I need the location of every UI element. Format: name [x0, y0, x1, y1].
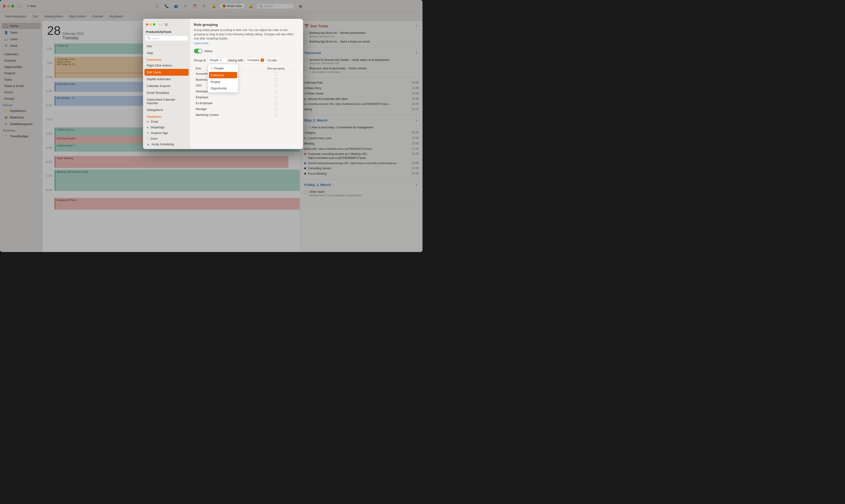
settings-menu-calendar-importer[interactable]: Subscribed Calendar Importer	[143, 96, 190, 107]
dropdown-people-label: People	[214, 67, 224, 70]
modal-overlay: ‹ › ⊞ ProductivityTools 🔍 Search Info He…	[0, 0, 423, 252]
own-grouping-col-header: Own grouping	[252, 66, 299, 71]
settings-panel-title: ProductivityTools	[143, 29, 190, 36]
orange-circle-icon: !	[260, 58, 264, 62]
settings-content-title: Role grouping	[194, 22, 299, 26]
checkbox-accounting[interactable]	[252, 71, 299, 77]
role-employee: Employee	[194, 94, 252, 101]
modal-min-btn[interactable]	[149, 23, 152, 25]
settings-content: Role grouping Group linked people accord…	[190, 19, 303, 149]
group-at-select[interactable]: People ▼	[208, 57, 227, 63]
settings-search-icon: 🔍	[147, 37, 150, 40]
nav-back-arrow[interactable]: ‹	[159, 22, 160, 26]
active-toggle[interactable]	[194, 49, 202, 53]
checkbox-business[interactable]	[252, 77, 299, 83]
checkbox-employee[interactable]	[252, 94, 299, 101]
dropdown-project-label: Project	[211, 80, 220, 84]
checkbox-marketing[interactable]	[252, 112, 299, 118]
settings-learn-more-link[interactable]: Learn more...	[194, 42, 211, 45]
group-row: Group at People ▼ ✓ People	[194, 57, 299, 63]
modal-close-btn[interactable]	[146, 23, 148, 25]
linking-with-value: Company	[247, 58, 259, 62]
linking-with-label: linking with	[228, 58, 244, 62]
group-at-label: Group at	[194, 58, 206, 62]
settings-search-container: 🔍 Search	[143, 36, 190, 43]
settings-sidebar: ‹ › ⊞ ProductivityTools 🔍 Search Info He…	[143, 19, 190, 149]
checkbox-developer[interactable]	[252, 89, 299, 94]
settings-menu-right-click[interactable]: Right Click Actions	[143, 62, 190, 69]
people-checkmark: ✓	[211, 67, 213, 70]
dropdown-people[interactable]: ✓ People	[208, 65, 238, 71]
settings-menu-email-templates[interactable]: Email Templates	[143, 89, 190, 96]
dropdown-company[interactable]: Company	[209, 72, 237, 78]
settings-panel: ‹ › ⊞ ProductivityTools 🔍 Search Info He…	[143, 19, 303, 149]
settings-menu-edit-cards[interactable]: Edit Cards	[144, 69, 189, 76]
checkbox-ex-employee[interactable]	[252, 101, 299, 106]
settings-menu-automator[interactable]: Daylite Automator	[143, 76, 190, 83]
group-at-arrow-icon: ▼	[219, 59, 222, 61]
settings-integration-acuity[interactable]: ▲ Acuity Scheduling	[143, 142, 190, 147]
dropdown-project[interactable]: Project	[208, 79, 238, 85]
settings-content-desc: Group linked people according to their r…	[194, 28, 299, 41]
modal-max-btn[interactable]	[153, 23, 155, 25]
in-role-label: in role:	[268, 58, 277, 62]
table-row-ex-employee: Ex-Employee	[194, 101, 299, 106]
settings-menu-delegations[interactable]: Delegations	[143, 107, 190, 113]
checkbox-manager[interactable]	[252, 106, 299, 112]
settings-menu-info[interactable]: Info	[143, 43, 190, 50]
settings-integrations-label: Integrations	[143, 113, 190, 119]
settings-integration-dropbox[interactable]: ✕ Dropbox Sign	[143, 130, 190, 136]
group-at-dropdown-menu: ✓ People Company Project Opportunity	[208, 64, 238, 93]
zoom-icon: ○	[147, 137, 148, 140]
table-row-employee: Employee	[194, 94, 299, 101]
dropbox-icon: ✕	[147, 131, 149, 135]
toggle-knob	[198, 49, 202, 53]
toggle-row: Aktive	[194, 49, 299, 53]
settings-integration-email[interactable]: ✉ Email	[143, 119, 190, 125]
settings-integration-simplesign[interactable]: ● SimpleSign	[143, 125, 190, 130]
settings-header: ‹ › ⊞	[143, 21, 190, 29]
integration-acuity-label: Acuity Scheduling	[152, 143, 174, 146]
settings-menu-help[interactable]: Help	[143, 50, 190, 56]
modal-traffic-lights	[146, 23, 155, 25]
settings-menu-calendar-exports[interactable]: Calendar Exports	[143, 83, 190, 89]
group-at-dropdown-wrapper: People ▼ ✓ People Company	[208, 57, 227, 63]
integration-zoom-label: Zoom	[150, 137, 158, 140]
nav-forward-arrow[interactable]: ›	[161, 22, 162, 26]
dropdown-opportunity-label: Opportunity	[211, 87, 227, 90]
role-marketing: Marketing Contact	[194, 112, 252, 118]
role-ex-employee: Ex-Employee	[194, 101, 252, 106]
integration-simplesign-label: SimpleSign	[150, 126, 165, 129]
settings-nav: ‹ ›	[159, 22, 162, 26]
simplesign-icon: ●	[147, 126, 148, 129]
integration-email-label: Email	[151, 120, 158, 123]
group-at-value: People	[210, 58, 218, 62]
settings-search-placeholder: Search	[151, 37, 159, 40]
settings-integration-zoom[interactable]: ○ Zoom	[143, 136, 190, 142]
toggle-label: Aktive	[204, 49, 212, 53]
table-row-manager: Manager	[194, 106, 299, 112]
settings-preferences-label: Preferences	[143, 56, 190, 62]
linking-with-select[interactable]: Company !	[245, 57, 266, 63]
settings-search[interactable]: 🔍 Search	[145, 36, 188, 41]
email-icon: ✉	[147, 120, 149, 123]
role-manager: Manager	[194, 106, 252, 112]
checkbox-ceo[interactable]	[252, 83, 299, 89]
dropdown-company-label: Company	[211, 73, 224, 77]
table-row-marketing: Marketing Contact	[194, 112, 299, 118]
dropdown-opportunity[interactable]: Opportunity	[208, 85, 238, 91]
acuity-icon: ▲	[147, 143, 149, 146]
grid-view-icon[interactable]: ⊞	[165, 22, 168, 26]
integration-dropbox-label: Dropbox Sign	[151, 131, 168, 135]
